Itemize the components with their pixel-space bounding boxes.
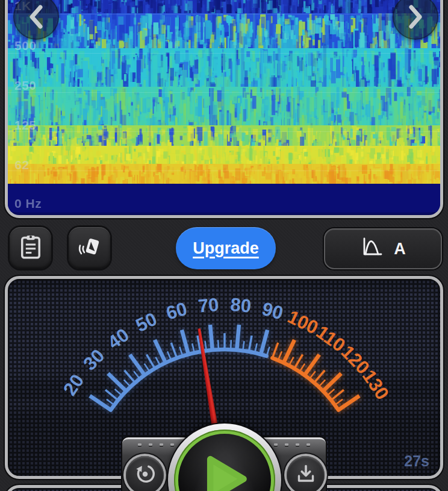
clipboard-icon	[19, 234, 42, 262]
download-save-icon	[296, 464, 316, 486]
app-logo-button[interactable]	[69, 227, 110, 269]
shake-cards-icon	[77, 234, 102, 261]
svg-text:80: 80	[229, 294, 252, 317]
svg-text:90: 90	[260, 298, 285, 324]
weighting-label: A	[394, 240, 406, 258]
reset-button[interactable]	[126, 456, 164, 491]
reset-history-icon	[134, 463, 156, 487]
upgrade-label: Upgrade	[193, 239, 259, 257]
spectrogram-canvas[interactable]	[8, 0, 440, 212]
svg-text:60: 60	[164, 298, 189, 324]
chevron-right-icon	[406, 4, 425, 30]
app-screen: 1K 500 250 125 62 0 Hz	[0, 0, 448, 491]
elapsed-time: 27s	[404, 452, 429, 470]
save-button[interactable]	[287, 456, 325, 491]
chevron-left-icon	[27, 4, 45, 30]
frequency-weighting-button[interactable]: A	[324, 228, 442, 269]
play-icon	[203, 452, 250, 491]
spectrogram-panel	[5, 0, 443, 218]
response-curve-icon	[360, 237, 384, 261]
svg-text:40: 40	[104, 324, 133, 354]
svg-text:70: 70	[197, 294, 219, 317]
svg-text:30: 30	[79, 345, 109, 375]
upgrade-button[interactable]: Upgrade	[176, 227, 276, 269]
svg-text:20: 20	[59, 371, 88, 399]
notes-button[interactable]	[10, 227, 51, 269]
svg-text:50: 50	[132, 308, 160, 336]
